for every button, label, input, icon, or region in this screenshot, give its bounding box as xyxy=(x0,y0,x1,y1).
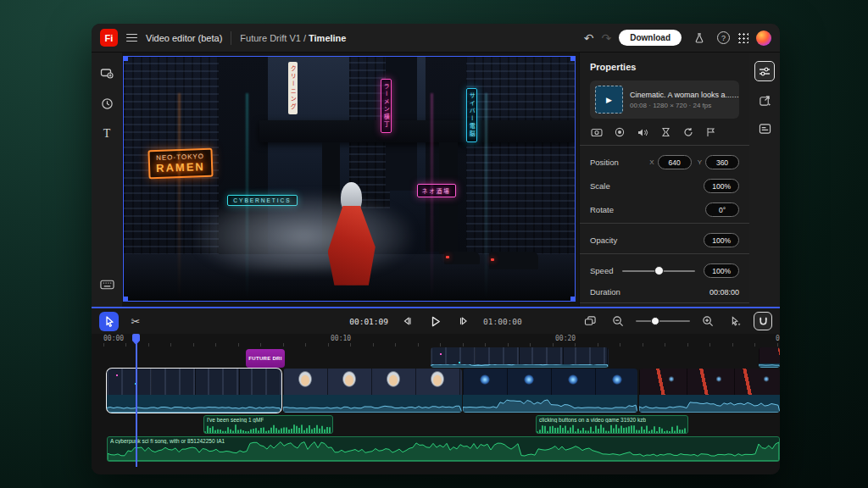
ramen-neon-sign: NEO-TOKYO RAMEN xyxy=(148,148,214,180)
selection-handle[interactable] xyxy=(570,297,575,301)
edit-pointer-icon[interactable] xyxy=(726,311,746,331)
hamburger-menu-icon[interactable] xyxy=(126,34,137,42)
play-button[interactable] xyxy=(426,311,446,331)
previous-frame-button[interactable] xyxy=(397,311,417,331)
position-x-input[interactable]: 640 xyxy=(658,155,692,169)
current-timecode: 00:01:09 xyxy=(349,317,388,326)
music-track: A cyberpunk sci fi song, with or 8512422… xyxy=(92,436,780,462)
sfx-audio-track: I've been seeing 1 gMF clicking buttons … xyxy=(92,415,780,434)
vertical-sign-white: クリーニング xyxy=(288,62,298,114)
video-clip-robot[interactable] xyxy=(463,369,637,413)
topbar: Fi Video editor (beta) Future Drift V1 /… xyxy=(92,24,780,53)
main-video-track xyxy=(92,369,780,413)
account-avatar[interactable] xyxy=(756,30,771,46)
video-clip-robot-red[interactable] xyxy=(639,369,780,413)
overlay-video-clip[interactable] xyxy=(431,347,609,368)
split-scissors-icon[interactable]: ✂ xyxy=(125,311,146,331)
rotate-input[interactable]: 0° xyxy=(705,202,739,217)
right-rail xyxy=(749,53,780,307)
audio-clip-2[interactable]: clicking buttons on a video game 31920 k… xyxy=(536,415,688,434)
undo-button[interactable]: ↶ xyxy=(584,32,594,44)
add-media-icon[interactable] xyxy=(97,63,117,83)
history-clock-icon[interactable] xyxy=(97,93,117,114)
camera-icon[interactable] xyxy=(590,126,604,138)
keyboard-shortcuts-icon[interactable] xyxy=(97,274,117,295)
app-window: Fi Video editor (beta) Future Drift V1 /… xyxy=(92,24,780,474)
ruler-label: 00:00 xyxy=(103,335,124,342)
elevated-highway xyxy=(259,120,575,142)
timeline-ruler[interactable]: 00:00 00:10 00:20 00:30 xyxy=(92,334,780,347)
transport-controls: 00:01:09 01:00:00 xyxy=(349,311,522,331)
title-clip[interactable]: FUTURE DRI xyxy=(246,349,285,368)
next-frame-button[interactable] xyxy=(454,311,475,331)
highway-pillar xyxy=(439,142,457,259)
speaker-icon[interactable] xyxy=(636,126,649,138)
record-icon[interactable] xyxy=(613,126,626,138)
speed-slider[interactable] xyxy=(622,270,695,272)
selection-handle[interactable] xyxy=(124,57,128,61)
timeline-zoom-slider[interactable] xyxy=(636,320,690,322)
properties-panel-icon[interactable] xyxy=(754,61,775,81)
play-glyph-icon: ▶ xyxy=(606,96,612,104)
clip-meta: 00:08 · 1280 × 720 · 24 fps xyxy=(630,102,740,109)
preview-area: NEO-TOKYO RAMEN CYBERNETICS クリーニング ラーメン横… xyxy=(122,53,579,307)
text-tool-icon[interactable]: T xyxy=(97,124,117,144)
share-export-icon[interactable] xyxy=(754,90,775,110)
selection-handle[interactable] xyxy=(570,57,575,61)
street-reflection xyxy=(485,93,487,301)
caped-woman xyxy=(325,182,379,287)
position-row: Position X 640 Y 360 xyxy=(590,155,739,169)
apps-grid-icon[interactable] xyxy=(737,32,748,43)
scale-input[interactable]: 100% xyxy=(704,179,739,193)
parked-car xyxy=(489,252,539,269)
overlay-track: FUTURE DRI xyxy=(92,347,780,368)
divider xyxy=(580,223,749,224)
zoom-in-icon[interactable] xyxy=(698,311,718,331)
captions-panel-icon[interactable] xyxy=(754,119,775,139)
position-y-input[interactable]: 360 xyxy=(705,155,739,169)
fit-timeline-icon[interactable] xyxy=(580,311,600,331)
storyboard-icon[interactable] xyxy=(704,126,718,138)
street-fog xyxy=(196,193,412,271)
music-clip[interactable]: A cyberpunk sci fi song, with or 8512422… xyxy=(107,436,780,462)
overlay-video-clip-2[interactable] xyxy=(759,347,780,368)
duration-row: Duration 00:08:00 xyxy=(590,287,739,297)
rotate-row: Rotate 0° xyxy=(590,202,739,217)
beta-flask-icon[interactable] xyxy=(689,28,709,48)
loop-icon[interactable] xyxy=(659,126,672,138)
selected-clip-card[interactable]: ▶ Cinematic. A woman looks a... v.ffgenv… xyxy=(590,80,739,119)
pink-neon-sign: ネオ酒場 xyxy=(417,184,456,197)
download-button[interactable]: Download xyxy=(619,30,682,46)
scale-row: Scale 100% xyxy=(590,179,739,193)
help-icon[interactable]: ? xyxy=(717,31,730,44)
breadcrumb[interactable]: Future Drift V1 / Timeline xyxy=(240,33,346,43)
ruler-label: 00:20 xyxy=(555,335,576,342)
duration-value: 00:08:00 xyxy=(709,288,739,297)
ruler-label: 00:10 xyxy=(331,335,351,342)
properties-panel: Properties ▶ Cinematic. A woman looks a.… xyxy=(579,53,749,307)
properties-title: Properties xyxy=(590,62,739,72)
timeline-toolbar: ✂ 00:01:09 01:00:00 xyxy=(92,307,780,334)
select-tool-button[interactable] xyxy=(99,312,119,331)
video-clip-woman[interactable] xyxy=(283,369,462,413)
firefly-logo[interactable]: Fi xyxy=(100,29,118,47)
left-toolbar: T xyxy=(92,53,122,307)
video-preview[interactable]: NEO-TOKYO RAMEN CYBERNETICS クリーニング ラーメン横… xyxy=(123,56,576,302)
redo-button[interactable]: ↷ xyxy=(601,32,611,44)
vertical-sign-pink: ラーメン横丁 xyxy=(381,79,392,133)
zoom-out-icon[interactable] xyxy=(608,311,628,331)
video-clip-street[interactable] xyxy=(107,369,281,413)
audio-clip-1[interactable]: I've been seeing 1 gMF xyxy=(203,415,333,434)
street-reflection xyxy=(178,93,181,301)
clip-name: Cinematic. A woman looks a... v.ffgenvid xyxy=(630,91,740,99)
parked-car xyxy=(444,252,481,263)
selection-handle[interactable] xyxy=(124,297,128,301)
divider xyxy=(580,253,749,254)
snap-magnet-icon[interactable] xyxy=(754,312,772,330)
refresh-icon[interactable] xyxy=(682,126,695,138)
speed-input[interactable]: 100% xyxy=(704,263,739,278)
street-reflection xyxy=(431,93,433,301)
speed-row: Speed 100% xyxy=(590,263,739,278)
opacity-input[interactable]: 100% xyxy=(704,233,739,247)
total-timecode: 01:00:00 xyxy=(483,317,522,326)
